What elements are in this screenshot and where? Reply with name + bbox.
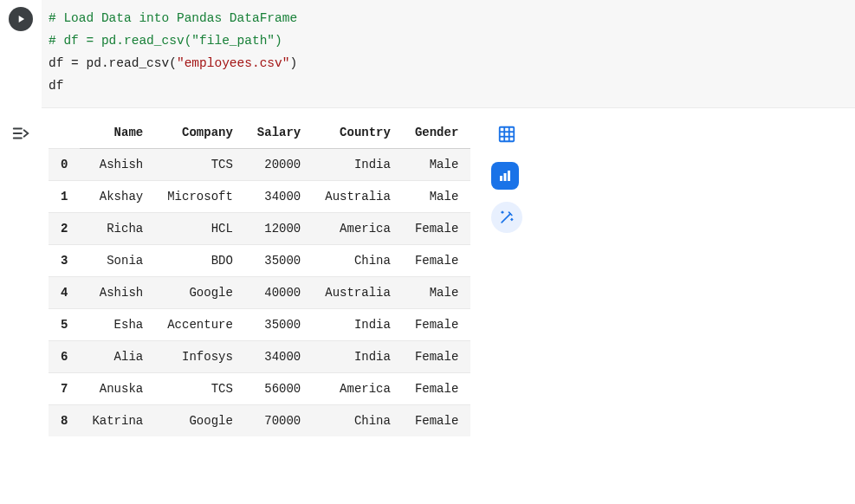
cell: Female xyxy=(403,341,470,373)
code-line: df xyxy=(49,79,63,93)
cell: 34000 xyxy=(245,181,313,213)
cell: Sonia xyxy=(80,245,155,277)
cell: 35000 xyxy=(245,309,313,341)
cell: America xyxy=(313,373,403,405)
cell: Esha xyxy=(80,309,155,341)
cell: 34000 xyxy=(245,341,313,373)
column-header: Salary xyxy=(245,117,313,149)
cell: HCL xyxy=(155,213,245,245)
column-header: Company xyxy=(155,117,245,149)
cell: Katrina xyxy=(80,405,155,437)
row-index: 5 xyxy=(49,309,80,341)
code-line: # df = pd.read_csv("file_path") xyxy=(49,34,282,48)
table-row: 4AshishGoogle40000AustraliaMale xyxy=(49,277,470,309)
column-header: Name xyxy=(80,117,155,149)
magic-wand-icon xyxy=(498,209,515,226)
cell: Female xyxy=(403,245,470,277)
row-index: 8 xyxy=(49,405,80,437)
cell: Alia xyxy=(80,341,155,373)
cell: Ashish xyxy=(80,277,155,309)
cell: Richa xyxy=(80,213,155,245)
row-index: 2 xyxy=(49,213,80,245)
row-index: 3 xyxy=(49,245,80,277)
cell: India xyxy=(313,309,403,341)
cell: Google xyxy=(155,277,245,309)
table-header-row: Name Company Salary Country Gender xyxy=(49,117,470,149)
code-editor[interactable]: # Load Data into Pandas DataFrame # df =… xyxy=(42,0,855,108)
cell: 56000 xyxy=(245,373,313,405)
table-row: 1AkshayMicrosoft34000AustraliaMale xyxy=(49,181,470,213)
cell: TCS xyxy=(155,149,245,181)
run-icon xyxy=(15,13,27,25)
table-corner xyxy=(49,117,80,149)
table-row: 6AliaInfosys34000IndiaFemale xyxy=(49,341,470,373)
cell: Female xyxy=(403,373,470,405)
row-index: 4 xyxy=(49,277,80,309)
cell: Accenture xyxy=(155,309,245,341)
run-button[interactable] xyxy=(9,7,33,31)
cell-gutter xyxy=(0,0,42,31)
row-index: 7 xyxy=(49,373,80,405)
code-line: # Load Data into Pandas DataFrame xyxy=(49,11,297,25)
table-row: 8KatrinaGoogle70000ChinaFemale xyxy=(49,405,470,437)
code-line: df = pd.read_csv("employees.csv") xyxy=(49,56,297,70)
cell: Male xyxy=(403,181,470,213)
spreadsheet-icon xyxy=(497,125,516,144)
output-action-icons xyxy=(491,117,522,233)
chart-icon xyxy=(497,168,513,184)
cell: 20000 xyxy=(245,149,313,181)
cell: Female xyxy=(403,309,470,341)
cell: Australia xyxy=(313,181,403,213)
toggle-output-button[interactable] xyxy=(10,122,32,145)
row-index: 1 xyxy=(49,181,80,213)
cell: Infosys xyxy=(155,341,245,373)
cell: Australia xyxy=(313,277,403,309)
dataframe-table: Name Company Salary Country Gender 0Ashi… xyxy=(49,117,470,436)
output-gutter xyxy=(0,117,42,145)
row-index: 6 xyxy=(49,341,80,373)
cell: BDO xyxy=(155,245,245,277)
suggest-charts-button[interactable] xyxy=(491,162,519,190)
cell: 40000 xyxy=(245,277,313,309)
toggle-output-icon xyxy=(11,124,30,143)
cell: China xyxy=(313,245,403,277)
cell: Male xyxy=(403,277,470,309)
generate-code-button[interactable] xyxy=(491,202,522,233)
column-header: Country xyxy=(313,117,403,149)
cell: Ashish xyxy=(80,149,155,181)
svg-rect-9 xyxy=(504,173,507,181)
cell-output: Name Company Salary Country Gender 0Ashi… xyxy=(0,108,855,436)
table-row: 2RichaHCL12000AmericaFemale xyxy=(49,213,470,245)
cell: 35000 xyxy=(245,245,313,277)
cell: Anuska xyxy=(80,373,155,405)
open-in-sheets-button[interactable] xyxy=(491,119,522,150)
cell: Microsoft xyxy=(155,181,245,213)
cell: China xyxy=(313,405,403,437)
svg-rect-3 xyxy=(500,127,515,142)
cell: Female xyxy=(403,213,470,245)
cell: America xyxy=(313,213,403,245)
table-row: 7AnuskaTCS56000AmericaFemale xyxy=(49,373,470,405)
table-row: 5EshaAccenture35000IndiaFemale xyxy=(49,309,470,341)
table-row: 3SoniaBDO35000ChinaFemale xyxy=(49,245,470,277)
output-body: Name Company Salary Country Gender 0Ashi… xyxy=(42,117,855,436)
cell: Male xyxy=(403,149,470,181)
cell: 12000 xyxy=(245,213,313,245)
code-cell: # Load Data into Pandas DataFrame # df =… xyxy=(0,0,855,108)
cell: Akshay xyxy=(80,181,155,213)
svg-rect-10 xyxy=(508,171,510,181)
cell: Google xyxy=(155,405,245,437)
column-header: Gender xyxy=(403,117,470,149)
svg-rect-8 xyxy=(500,176,502,181)
cell: India xyxy=(313,341,403,373)
cell: 70000 xyxy=(245,405,313,437)
table-body: 0AshishTCS20000IndiaMale 1AkshayMicrosof… xyxy=(49,149,470,437)
cell: Female xyxy=(403,405,470,437)
row-index: 0 xyxy=(49,149,80,181)
table-row: 0AshishTCS20000IndiaMale xyxy=(49,149,470,181)
cell: India xyxy=(313,149,403,181)
cell: TCS xyxy=(155,373,245,405)
